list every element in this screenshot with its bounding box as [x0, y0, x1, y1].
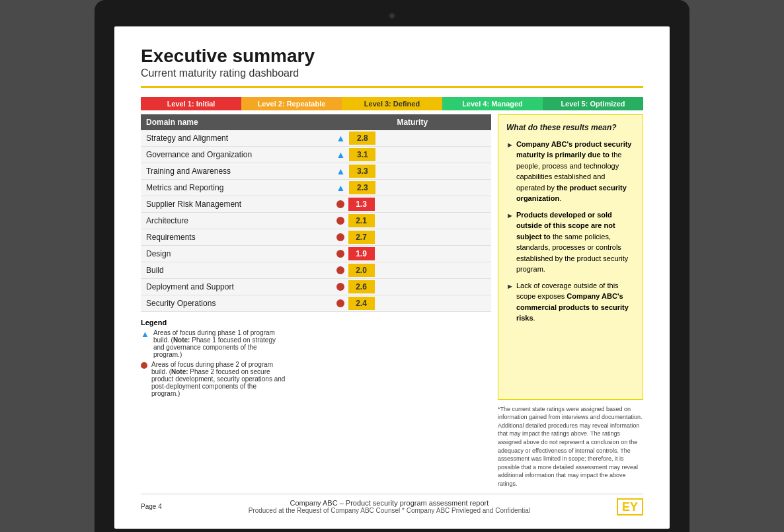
score-value: 2.0	[348, 264, 375, 277]
score-value: 2.8	[349, 132, 375, 145]
bullet-arrow-3: ►	[506, 281, 514, 292]
score-cell-inner: ▲2.3	[336, 181, 489, 194]
screen-content: Executive summary Current maturity ratin…	[114, 26, 670, 529]
score-cell: 2.4	[334, 295, 492, 311]
score-cell-inner: 2.4	[336, 297, 489, 310]
dot-indicator-icon	[336, 266, 344, 274]
legend-section: Legend ▲ Areas of focus during phase 1 o…	[141, 319, 491, 400]
score-value: 2.6	[348, 280, 375, 293]
score-cell: 1.3	[334, 196, 492, 212]
up-indicator-icon: ▲	[336, 149, 346, 160]
score-cell-inner: 2.1	[336, 214, 489, 227]
table-section: Domain name Maturity Strategy and Alignm…	[141, 114, 491, 400]
dot-indicator-icon	[336, 299, 344, 307]
score-cell: 2.7	[334, 229, 492, 245]
table-row: Supplier Risk Management1.3	[141, 196, 491, 212]
info-panel: What do these results mean? ► Company AB…	[498, 114, 643, 400]
domain-cell: Supplier Risk Management	[141, 196, 334, 212]
domain-cell: Metrics and Reporting	[141, 179, 334, 196]
page-number: Page 4	[141, 503, 162, 510]
info-bullet-2-text: Products developed or sold outside of th…	[516, 209, 635, 275]
score-cell-inner: 2.6	[336, 280, 489, 293]
table-row: Strategy and Alignment▲2.8	[141, 130, 491, 147]
score-value: 3.1	[349, 148, 375, 161]
score-cell: 2.0	[334, 262, 492, 278]
legend-text-2: Areas of focus during phase 2 of program…	[151, 361, 286, 397]
table-row: Training and Awareness▲3.3	[141, 163, 491, 179]
domain-cell: Governance and Organization	[141, 146, 334, 163]
score-cell: 2.1	[334, 212, 492, 229]
bullet-arrow-2: ►	[506, 210, 514, 221]
table-row: Security Operations2.4	[141, 295, 491, 311]
table-row: Design1.9	[141, 245, 491, 262]
score-cell-inner: 1.3	[336, 198, 489, 211]
footnote-text: *The current state ratings were assigned…	[498, 406, 643, 487]
footer-center: Company ABC – Product security program a…	[162, 499, 617, 507]
info-bullet-3-text: Lack of coverage outside of this scope e…	[516, 280, 635, 324]
up-indicator-icon: ▲	[336, 133, 346, 143]
maturity-legend-bar: Level 1: Initial Level 2: Repeatable Lev…	[141, 97, 643, 110]
level-1-badge: Level 1: Initial	[141, 97, 241, 110]
info-panel-title: What do these results mean?	[506, 122, 635, 133]
maturity-table: Domain name Maturity Strategy and Alignm…	[141, 114, 491, 312]
slide-title: Executive summary	[141, 45, 643, 67]
domain-cell: Build	[141, 262, 334, 278]
main-content-area: Domain name Maturity Strategy and Alignm…	[141, 114, 643, 400]
slide: Executive summary Current maturity ratin…	[114, 26, 670, 529]
table-row: Build2.0	[141, 262, 491, 278]
level-5-badge: Level 5: Optimized	[543, 97, 643, 110]
score-cell: ▲2.8	[334, 130, 492, 147]
table-row: Metrics and Reporting▲2.3	[141, 179, 491, 196]
dot-indicator-icon	[336, 200, 344, 208]
dot-indicator-icon	[336, 283, 344, 291]
legend-text-1: Areas of focus during phase 1 of program…	[153, 329, 286, 358]
dot-indicator-icon	[336, 250, 344, 258]
footnote-left	[141, 405, 485, 488]
screen-bezel: Executive summary Current maturity ratin…	[95, 0, 689, 532]
score-cell-inner: 1.9	[336, 247, 489, 260]
score-cell-inner: ▲3.1	[336, 148, 489, 161]
domain-cell: Deployment and Support	[141, 278, 334, 295]
info-bullet-2: ► Products developed or sold outside of …	[506, 209, 635, 275]
bullet-arrow-1: ►	[506, 139, 514, 151]
table-row: Governance and Organization▲3.1	[141, 146, 491, 163]
domain-cell: Design	[141, 245, 334, 262]
score-cell: ▲3.3	[334, 163, 492, 179]
legend-item-1: ▲ Areas of focus during phase 1 of progr…	[141, 329, 286, 358]
laptop-frame: Executive summary Current maturity ratin…	[95, 0, 689, 532]
info-bullet-3: ► Lack of coverage outside of this scope…	[506, 280, 635, 324]
dot-indicator-icon	[336, 233, 344, 241]
domain-cell: Architecture	[141, 212, 334, 229]
domain-cell: Requirements	[141, 229, 334, 245]
camera	[389, 13, 395, 19]
domain-cell: Training and Awareness	[141, 163, 334, 179]
score-value: 2.7	[348, 231, 375, 244]
table-row: Deployment and Support2.6	[141, 278, 491, 295]
info-bullet-1: ► Company ABC's product security maturit…	[506, 139, 635, 204]
footer-bottom: Produced at the Request of Company ABC C…	[162, 507, 617, 514]
score-value: 2.3	[349, 181, 375, 194]
level-4-badge: Level 4: Managed	[442, 97, 543, 110]
table-row: Architecture2.1	[141, 212, 491, 229]
score-value: 2.1	[348, 214, 375, 227]
table-row: Requirements2.7	[141, 229, 491, 245]
col-header-domain: Domain name	[141, 114, 334, 130]
score-cell-inner: ▲3.3	[336, 165, 489, 178]
legend-title: Legend	[141, 319, 286, 326]
score-value: 3.3	[349, 165, 375, 178]
yellow-divider	[141, 86, 643, 88]
score-cell: ▲2.3	[334, 179, 492, 196]
footer-bar: Page 4 Company ABC – Product security pr…	[141, 494, 643, 515]
score-cell-inner: 2.7	[336, 231, 489, 244]
footnote-right: *The current state ratings were assigned…	[498, 405, 643, 488]
score-cell: 2.6	[334, 278, 492, 295]
footnote-area: *The current state ratings were assigned…	[141, 405, 643, 488]
up-indicator-icon: ▲	[336, 166, 346, 176]
score-value: 2.4	[348, 297, 375, 310]
score-value: 1.3	[348, 198, 375, 211]
domain-cell: Strategy and Alignment	[141, 130, 334, 147]
dot-indicator-icon	[336, 217, 344, 225]
level-3-badge: Level 3: Defined	[342, 97, 442, 110]
slide-subtitle: Current maturity rating dashboard	[141, 67, 643, 79]
domain-cell: Security Operations	[141, 295, 334, 311]
